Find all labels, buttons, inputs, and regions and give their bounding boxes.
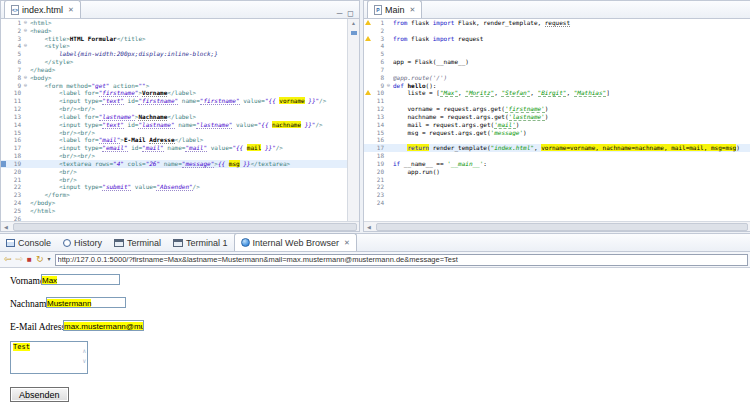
code-line[interactable]: 10 liste = ["Max", "Moritz", "Stefan", "… [364, 89, 750, 97]
code-line[interactable]: 5 label{min-width:200px;display:inline-b… [1, 50, 347, 58]
code-line[interactable]: 23 [364, 191, 750, 199]
code-line[interactable]: 17 return render_template("index.html", … [364, 144, 750, 152]
code-line[interactable]: 1from flask import Flask, render_templat… [364, 19, 750, 27]
code-line[interactable]: 16 <label for="mail">E-Mail Adresse</lab… [1, 136, 347, 144]
scrollbar-thumb[interactable] [376, 223, 748, 231]
absenden-button[interactable]: Absenden [10, 387, 69, 402]
code-line[interactable]: 18 [364, 152, 750, 160]
tab-terminal-1[interactable]: Terminal 1 [167, 234, 234, 251]
code-line[interactable]: 13 <label for="lastname">Nachname</label… [1, 113, 347, 121]
minimize-icon[interactable]: ─ [337, 10, 343, 18]
textarea-scroll-down-icon[interactable]: ∨ [82, 358, 86, 364]
code-line[interactable]: 14 <input type="text" id="lastname" name… [1, 121, 347, 129]
close-icon[interactable]: ✕ [68, 6, 74, 14]
fold-icon[interactable]: ⊖ [21, 82, 30, 90]
code-line[interactable]: 3from flask import request [364, 35, 750, 43]
code-line[interactable]: 24 [364, 199, 750, 207]
code-line[interactable]: 19 <textarea rows="4" cols="26" name="me… [1, 160, 347, 168]
scrollbar-thumb[interactable] [13, 223, 357, 231]
code-line[interactable]: 4 [364, 42, 750, 50]
vorname-input[interactable]: Max [41, 274, 120, 285]
code-line[interactable]: 7</head> [1, 66, 347, 74]
code-line[interactable]: 12 <br/><br/> [1, 105, 347, 113]
code-line[interactable]: 2⊖<head> [1, 27, 347, 35]
code-line[interactable]: 2 [364, 27, 750, 35]
code-line[interactable]: 21 [364, 176, 750, 184]
marker-column [364, 27, 370, 35]
stop-icon[interactable]: ■ [27, 255, 32, 264]
code-line[interactable]: 8⊖<body> [1, 74, 347, 82]
code-line[interactable]: 16 [364, 136, 750, 144]
refresh-icon[interactable]: ↻ [36, 255, 44, 264]
close-icon[interactable]: ✕ [344, 239, 350, 247]
code-line[interactable]: 9⊖ <form method="get" action=""> [1, 82, 347, 90]
code-line[interactable]: 5 [364, 50, 750, 58]
forward-icon[interactable]: ⇨ [16, 255, 24, 264]
code-line[interactable]: 11 <input type="text" id="firstname" nam… [1, 97, 347, 105]
close-icon[interactable]: ✕ [410, 6, 416, 14]
fold-icon[interactable]: ⊖ [21, 74, 30, 82]
code-line[interactable]: 4⊖ <style> [1, 42, 347, 50]
right-horizontal-scrollbar[interactable]: ◀ [364, 221, 750, 231]
scroll-up-icon[interactable]: ▲ [348, 19, 359, 28]
code-line[interactable]: 7 [364, 66, 750, 74]
scroll-left-icon[interactable]: ◀ [1, 224, 11, 230]
code-text: <label for="firstname">Vorname</label> [30, 89, 347, 97]
code-token: "firstname" [138, 97, 178, 105]
code-token: mail = request.args.get( [393, 121, 494, 128]
code-line[interactable]: 21 <br/> [1, 176, 347, 184]
url-input[interactable] [55, 254, 749, 266]
code-line[interactable]: 22 <input type="submit" value="Absenden"… [1, 183, 347, 191]
left-pane-buttons: ─ ◻ [337, 8, 359, 18]
tab-history[interactable]: History [57, 234, 108, 251]
fold-icon[interactable]: ⊖ [21, 42, 30, 50]
code-token: ) [736, 144, 740, 151]
tab-index-html[interactable]: <> index.html ✕ [4, 0, 81, 18]
code-line[interactable]: 23 </form> [1, 191, 347, 199]
textarea-scroll-up-icon[interactable]: ∧ [82, 348, 86, 354]
code-line[interactable]: 6 </style> [1, 58, 347, 66]
code-line[interactable]: 3 <title>HTML Formular</title> [1, 35, 347, 43]
tab-internal-web-browser[interactable]: Internal Web Browser ✕ [234, 233, 357, 251]
code-line[interactable]: 6app = Flask(__name__) [364, 58, 750, 66]
code-line[interactable]: 1⊖<html> [1, 19, 347, 27]
fold-icon[interactable]: ⊖ [21, 27, 30, 35]
nachname-input[interactable]: Mustermann [46, 297, 126, 308]
tab-terminal[interactable]: Terminal [108, 234, 167, 251]
code-line[interactable]: 25</html> [1, 207, 347, 215]
code-line[interactable]: 17 <input type="email" id="mail" name="m… [1, 144, 347, 152]
fold-icon[interactable]: ⊖ [21, 19, 30, 27]
code-line[interactable]: 13 nachname = request.args.get('lastname… [364, 113, 750, 121]
code-line[interactable]: 24</body> [1, 199, 347, 207]
code-line[interactable]: 9⊖def hello(): [364, 82, 750, 90]
back-icon[interactable]: ⇦ [4, 255, 12, 264]
code-line[interactable]: 19if __name__ == '__main__': [364, 160, 750, 168]
code-line[interactable]: 15 <br/><br/> [1, 129, 347, 137]
fold-icon[interactable]: ⊖ [384, 82, 393, 90]
tab-console[interactable]: Console [0, 234, 57, 251]
code-line[interactable]: 22 [364, 183, 750, 191]
code-line[interactable]: 11 [364, 97, 750, 105]
code-line[interactable]: 10 <label for="firstname">Vorname</label… [1, 89, 347, 97]
left-horizontal-scrollbar[interactable]: ◀ [1, 221, 359, 231]
tab-main[interactable]: P Main ✕ [367, 0, 422, 18]
email-input[interactable]: max.mustermann@muste [63, 320, 144, 331]
dropdown-icon[interactable]: ▾ [47, 255, 50, 264]
code-token: return [407, 144, 429, 151]
code-line[interactable]: 20 app.run() [364, 168, 750, 176]
code-line[interactable]: 20 <br/> [1, 168, 347, 176]
maximize-icon[interactable]: ◻ [347, 10, 354, 18]
code-line[interactable]: 12 vorname = request.args.get('firstname… [364, 105, 750, 113]
html-code-area[interactable]: 1⊖<html>2⊖<head>3 <title>HTML Formular</… [1, 19, 347, 221]
left-vertical-scrollbar[interactable]: ▲ [347, 19, 359, 221]
code-line[interactable]: 15 msg = request.args.get('message') [364, 129, 750, 137]
message-textarea[interactable]: Test ∧ ∨ [10, 341, 88, 374]
line-number: 18 [370, 152, 384, 160]
code-line[interactable]: 14 mail = request.args.get('mail') [364, 121, 750, 129]
scroll-left-icon[interactable]: ◀ [364, 224, 374, 230]
warning-icon [365, 90, 371, 95]
code-line[interactable]: 8@app.route('/') [364, 74, 750, 82]
code-line[interactable]: 18 <br/><br/> [1, 152, 347, 160]
code-token: </textarea> [250, 160, 290, 167]
python-code-area[interactable]: 1from flask import Flask, render_templat… [364, 19, 750, 221]
